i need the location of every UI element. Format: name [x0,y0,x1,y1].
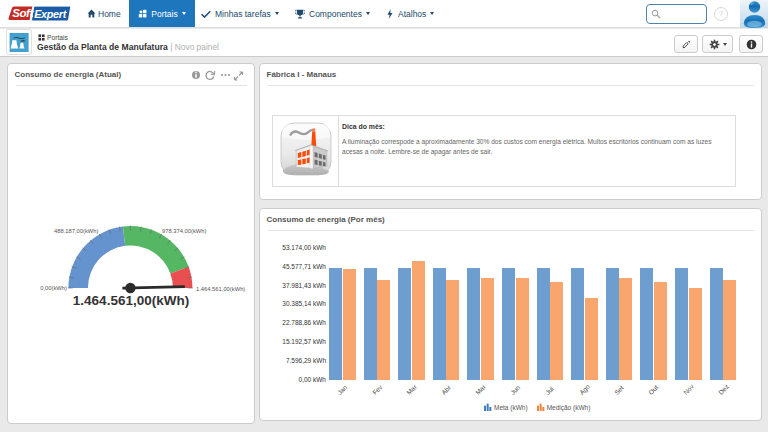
svg-text:Expert: Expert [34,8,67,20]
svg-text:Soft: Soft [12,7,34,19]
